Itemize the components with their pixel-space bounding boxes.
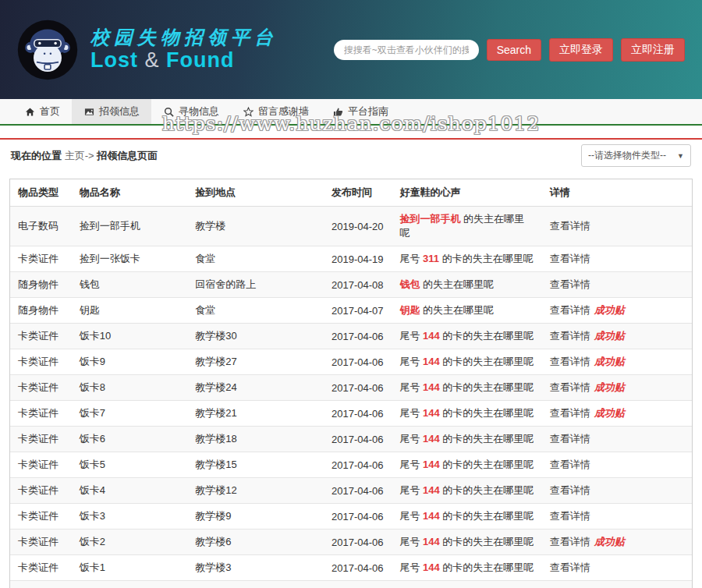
breadcrumb: 现在的位置 主页-> 招领信息页面 xyxy=(11,149,158,163)
owner-message-cell: 尾号 144 的卡的失主在哪里呢 xyxy=(392,375,541,401)
column-header: 捡到地点 xyxy=(187,179,324,207)
view-detail-link[interactable]: 查看详情 xyxy=(550,253,590,264)
message-highlight: 144 xyxy=(423,356,440,367)
publish-date-cell: 2017-04-06 xyxy=(324,452,392,478)
nav-item-2[interactable]: 招领信息 xyxy=(72,99,151,124)
found-place-cell: 教学楼21 xyxy=(187,401,324,427)
item-name-cell: 饭卡5 xyxy=(72,452,188,478)
table-row: 卡类证件饭卡1教学楼32017-04-06尾号 144 的卡的失主在哪里呢查看详… xyxy=(10,555,692,581)
item-type-cell: 卡类证件 xyxy=(10,504,72,530)
item-name-cell: 钱包 xyxy=(72,581,188,588)
found-place-cell: 教学楼30 xyxy=(187,324,324,349)
search-button[interactable]: Search xyxy=(487,39,541,61)
found-place-cell: 食堂 xyxy=(187,298,324,324)
success-badge: 成功贴 xyxy=(594,381,625,393)
view-detail-link[interactable]: 查看详情 xyxy=(550,330,590,342)
view-detail-link[interactable]: 查看详情 xyxy=(550,278,590,290)
search-input[interactable] xyxy=(334,40,479,60)
publish-date-cell: 2019-04-20 xyxy=(324,207,392,246)
table-row: 电子数码捡到一部手机教学楼2019-04-20捡到一部手机 的失主在哪里呢查看详… xyxy=(10,207,692,246)
register-button[interactable]: 立即注册 xyxy=(621,38,685,62)
found-place-cell: 教学楼24 xyxy=(187,375,324,401)
view-detail-link[interactable]: 查看详情 xyxy=(550,407,590,419)
message-highlight: 144 xyxy=(423,381,440,393)
item-name-cell: 饭卡7 xyxy=(72,401,188,427)
table-row: 卡类证件饭卡4教学楼122017-04-06尾号 144 的卡的失主在哪里呢查看… xyxy=(10,478,692,504)
view-detail-link[interactable]: 查看详情 xyxy=(550,304,590,316)
owner-message-cell: 钱包 的失主在哪里呢 xyxy=(392,272,541,298)
view-detail-link[interactable]: 查看详情 xyxy=(550,220,590,232)
table-row: 随身物件钱包理学楼2017-03-09钱包 的失主在哪里呢查看详情 xyxy=(10,581,692,588)
message-highlight: 144 xyxy=(423,484,440,496)
message-highlight: 捡到一部手机 xyxy=(399,213,460,225)
publish-date-cell: 2017-04-06 xyxy=(324,349,392,375)
breadcrumb-home-link[interactable]: 主页-> xyxy=(65,150,94,161)
publish-date-cell: 2017-04-06 xyxy=(324,478,392,504)
view-detail-link[interactable]: 查看详情 xyxy=(550,381,590,393)
view-detail-link[interactable]: 查看详情 xyxy=(550,433,590,445)
site-header: 校园失物招领平台 Lost & Found Search 立即登录 立即注册 xyxy=(0,0,702,99)
publish-date-cell: 2017-04-06 xyxy=(324,427,392,452)
table-header-row: 物品类型物品名称捡到地点发布时间好童鞋的心声详情 xyxy=(10,179,692,207)
table-row: 卡类证件饭卡6教学楼182017-04-06尾号 144 的卡的失主在哪里呢查看… xyxy=(10,427,692,452)
detail-cell: 查看详情成功贴 xyxy=(542,401,692,427)
message-highlight: 144 xyxy=(423,561,440,573)
detail-cell: 查看详情 xyxy=(542,478,692,504)
table-row: 随身物件钥匙食堂2017-04-07钥匙 的失主在哪里呢查看详情成功贴 xyxy=(10,298,692,324)
nav-item-1[interactable]: 首页 xyxy=(12,99,72,124)
item-name-cell: 捡到一部手机 xyxy=(72,207,188,246)
view-detail-link[interactable]: 查看详情 xyxy=(550,459,590,470)
message-highlight: 144 xyxy=(423,510,440,522)
message-highlight: 144 xyxy=(423,536,440,547)
detail-cell: 查看详情 xyxy=(542,272,692,298)
home-icon xyxy=(24,106,35,117)
view-detail-link[interactable]: 查看详情 xyxy=(550,561,590,573)
item-type-cell: 卡类证件 xyxy=(10,452,72,478)
nav-item-3[interactable]: 寻物信息 xyxy=(151,99,231,124)
item-name-cell: 饭卡10 xyxy=(72,324,188,349)
site-title-en: Lost & Found xyxy=(90,48,278,73)
owner-message-cell: 钱包 的失主在哪里呢 xyxy=(392,581,541,588)
success-badge: 成功贴 xyxy=(594,356,625,367)
login-button[interactable]: 立即登录 xyxy=(549,38,613,62)
breadcrumb-bar: 现在的位置 主页-> 招领信息页面 --请选择物件类型-- ▼ xyxy=(0,138,702,168)
found-place-cell: 教学楼15 xyxy=(187,452,324,478)
view-detail-link[interactable]: 查看详情 xyxy=(550,510,590,522)
table-row: 卡类证件饭卡7教学楼212017-04-06尾号 144 的卡的失主在哪里呢查看… xyxy=(10,401,692,427)
found-place-cell: 教学楼9 xyxy=(187,504,324,530)
message-highlight: 311 xyxy=(423,253,439,264)
nav-item-5[interactable]: 平台指南 xyxy=(321,99,400,124)
owner-message-cell: 尾号 144 的卡的失主在哪里呢 xyxy=(392,452,541,478)
item-type-cell: 卡类证件 xyxy=(10,324,72,349)
item-name-cell: 饭卡3 xyxy=(72,504,188,530)
star-icon xyxy=(243,106,254,117)
item-name-cell: 饭卡4 xyxy=(72,478,188,504)
search-icon xyxy=(163,106,174,117)
item-type-select[interactable]: --请选择物件类型-- ▼ xyxy=(581,144,691,167)
detail-cell: 查看详情 xyxy=(542,504,692,530)
publish-date-cell: 2019-04-19 xyxy=(324,246,392,272)
view-detail-link[interactable]: 查看详情 xyxy=(550,536,590,547)
item-type-cell: 电子数码 xyxy=(10,207,72,246)
item-name-cell: 捡到一张饭卡 xyxy=(72,246,188,272)
table-row: 卡类证件饭卡9教学楼272017-04-06尾号 144 的卡的失主在哪里呢查看… xyxy=(10,349,692,375)
view-detail-link[interactable]: 查看详情 xyxy=(550,356,590,367)
detail-cell: 查看详情成功贴 xyxy=(542,375,692,401)
detail-cell: 查看详情 xyxy=(542,555,692,581)
item-type-cell: 卡类证件 xyxy=(10,349,72,375)
message-highlight: 144 xyxy=(423,459,440,470)
found-place-cell: 食堂 xyxy=(187,246,324,272)
found-place-cell: 教学楼12 xyxy=(187,478,324,504)
publish-date-cell: 2017-04-07 xyxy=(324,298,392,324)
table-row: 随身物件钱包回宿舍的路上2017-04-08钱包 的失主在哪里呢查看详情 xyxy=(10,272,692,298)
item-type-cell: 卡类证件 xyxy=(10,427,72,452)
nav-item-label: 留言感谢墙 xyxy=(258,104,309,119)
item-name-cell: 饭卡8 xyxy=(72,375,188,401)
item-type-cell: 卡类证件 xyxy=(10,401,72,427)
success-badge: 成功贴 xyxy=(594,304,625,316)
nav-item-4[interactable]: 留言感谢墙 xyxy=(231,99,321,124)
detail-cell: 查看详情成功贴 xyxy=(542,324,692,349)
nav-item-label: 招领信息 xyxy=(99,104,140,119)
view-detail-link[interactable]: 查看详情 xyxy=(550,484,590,496)
nav-item-label: 寻物信息 xyxy=(179,104,219,119)
